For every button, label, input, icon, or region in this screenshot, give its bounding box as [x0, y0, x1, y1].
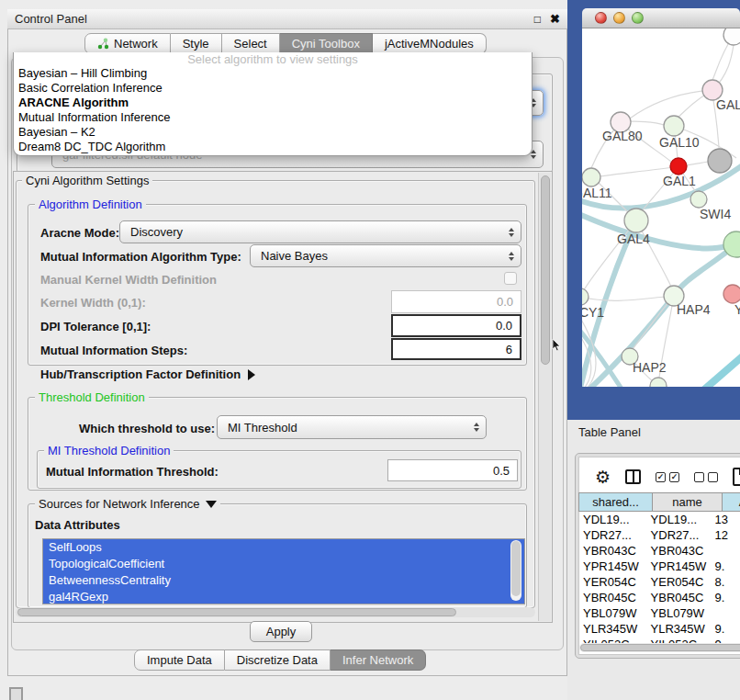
table-column-header[interactable]: A: [722, 492, 740, 512]
node-gal4[interactable]: [624, 209, 648, 232]
tab-discretize-data[interactable]: Discretize Data: [225, 649, 331, 671]
node-gray[interactable]: [708, 149, 732, 173]
scrollbar-thumb[interactable]: [580, 644, 740, 651]
scrollbar-thumb[interactable]: [17, 608, 456, 616]
mi-threshold-field[interactable]: 0.5: [387, 459, 518, 481]
table-row[interactable]: YBR043CYBR043C: [578, 543, 740, 559]
minimized-panel-icon[interactable]: [9, 687, 23, 700]
mi-steps-field[interactable]: 6: [391, 338, 521, 360]
table-row[interactable]: YDL19...YDL19...13: [578, 512, 740, 527]
tab-impute-data[interactable]: Impute Data: [134, 649, 225, 671]
which-threshold-label: Which threshold to use:: [79, 422, 215, 435]
node-gal10-label: GAL10: [659, 135, 700, 150]
table-cell: 9.: [711, 622, 740, 636]
gear-icon[interactable]: ⚙: [595, 469, 611, 486]
node-gal10[interactable]: [664, 116, 684, 136]
table-cell: YDR27...: [646, 528, 711, 542]
table-row[interactable]: YER054CYER054C8.: [578, 574, 740, 590]
algorithm-option[interactable]: Mutual Information Inference: [14, 110, 532, 125]
aracne-mode-combo[interactable]: Discovery: [119, 220, 521, 243]
table-toolbar: ⚙ ✓✓: [578, 463, 740, 491]
node-gal1-label: GAL1: [663, 174, 696, 188]
collapse-arrow-icon[interactable]: [248, 369, 255, 380]
node-gal11-label: GAL11: [582, 186, 612, 200]
scrollbar-thumb[interactable]: [541, 175, 550, 365]
close-icon[interactable]: ✖: [550, 13, 560, 25]
settings-vertical-scrollbar[interactable]: [538, 173, 551, 621]
manual-kernel-label: Manual Kernel Width Definition: [40, 273, 217, 287]
table-row[interactable]: YBL079WYBL079W: [578, 605, 740, 621]
tab-select[interactable]: Select: [222, 33, 280, 54]
restore-icon[interactable]: □: [534, 14, 541, 25]
table-body: YDL19...YDL19...13YDR27...YDR27...12YBR0…: [578, 512, 740, 652]
hub-section-toggle[interactable]: Hub/Transcription Factor Definition: [40, 367, 255, 381]
node-bottom-partial[interactable]: [650, 378, 667, 387]
table-panel-title: Table Panel: [578, 425, 641, 439]
data-attribute-item[interactable]: SelfLoops: [43, 539, 524, 556]
mi-type-combo[interactable]: Naive Bayes: [250, 244, 521, 267]
table-cell: YBR045C: [646, 591, 711, 604]
node-top-partial[interactable]: [723, 28, 740, 45]
network-canvas[interactable]: GALGAL80GAL10GAL1GAL11SWI4GAL4GCY1HAP4YH…: [582, 28, 740, 387]
mac-minimize-icon[interactable]: [613, 12, 625, 24]
table-column-header[interactable]: name: [652, 492, 722, 512]
table-row[interactable]: YBR045CYBR045C9.: [578, 590, 740, 605]
network-tab-icon: [97, 38, 109, 50]
data-attribute-item[interactable]: TopologicalCoefficient: [43, 556, 524, 572]
node-gcy1[interactable]: [582, 288, 589, 305]
node-gal80-label: GAL80: [602, 129, 643, 143]
split-columns-icon[interactable]: [625, 469, 641, 484]
spinner-arrows-icon: [509, 252, 514, 261]
table-row[interactable]: YLR345WYLR345W9.: [578, 621, 740, 637]
algorithm-option[interactable]: ARACNE Algorithm: [14, 96, 532, 110]
table-column-header[interactable]: shared...: [578, 492, 652, 512]
document-icon[interactable]: [733, 468, 740, 486]
which-threshold-value: MI Threshold: [228, 421, 297, 435]
data-attributes-list[interactable]: SelfLoopsTopologicalCoefficientBetweenne…: [42, 538, 525, 604]
algorithm-option[interactable]: Dream8 DC_TDC Algorithm: [14, 140, 532, 154]
control-panel-titlebar[interactable]: Control Panel □ ✖: [7, 9, 567, 29]
sources-title-label: Sources for Network Inference: [39, 497, 200, 511]
scrollbar-thumb[interactable]: [511, 541, 521, 596]
apply-button[interactable]: Apply: [250, 621, 312, 642]
unchecked-checkboxes-icon[interactable]: [694, 472, 718, 482]
aracne-mode-value: Discovery: [130, 225, 183, 239]
table-cell: YBR045C: [578, 591, 646, 604]
table-cell: YPR145W: [578, 559, 646, 573]
table-cell: 9.: [711, 591, 740, 604]
spinner-arrows-icon: [474, 423, 479, 432]
algorithm-option[interactable]: Basic Correlation Inference: [14, 81, 532, 96]
mac-close-icon[interactable]: [595, 12, 607, 24]
mac-zoom-icon[interactable]: [632, 12, 644, 24]
tab-infer-network[interactable]: Infer Network: [331, 649, 426, 671]
manual-kernel-checkbox[interactable]: [504, 272, 517, 285]
node-gal1[interactable]: [670, 158, 687, 175]
checked-checkboxes-icon[interactable]: ✓✓: [656, 472, 679, 482]
node-swi4-small[interactable]: [690, 191, 707, 208]
mi-steps-label: Mutual Information Steps:: [40, 344, 187, 357]
data-attribute-item[interactable]: BetweennessCentrality: [43, 572, 524, 589]
attributes-list-scrollbar[interactable]: [510, 540, 521, 601]
algorithm-option[interactable]: Bayesian – Hill Climbing: [14, 66, 532, 81]
expand-arrow-icon[interactable]: [206, 501, 217, 508]
table-row[interactable]: YDR27...YDR27...12: [578, 527, 740, 543]
dpi-tolerance-field[interactable]: 0.0: [391, 314, 521, 337]
table-row[interactable]: YPR145WYPR145W9.: [578, 559, 740, 574]
node-salmon[interactable]: [723, 285, 740, 303]
tab-style[interactable]: Style: [171, 33, 222, 54]
network-window-titlebar[interactable]: [582, 8, 740, 28]
sources-group-title[interactable]: Sources for Network Inference: [35, 497, 220, 511]
tab-cyni-toolbox[interactable]: Cyni Toolbox: [280, 33, 373, 54]
settings-horizontal-scrollbar[interactable]: [16, 607, 535, 617]
which-threshold-combo[interactable]: MI Threshold: [217, 415, 487, 439]
kernel-width-field[interactable]: 0.0: [391, 290, 521, 313]
algorithm-option[interactable]: Bayesian – K2: [14, 125, 532, 140]
tab-jactivemnodules[interactable]: jActiveMNodules: [373, 33, 487, 54]
table-cell: 8.: [711, 575, 740, 589]
table-horizontal-scrollbar[interactable]: [579, 643, 740, 652]
table-cell: YDL19...: [646, 513, 711, 526]
tab-network[interactable]: Network: [84, 33, 171, 54]
mi-type-label: Mutual Information Algorithm Type:: [40, 250, 241, 264]
data-attribute-item[interactable]: gal4RGexp: [43, 589, 524, 604]
node-gal11[interactable]: [582, 168, 600, 186]
